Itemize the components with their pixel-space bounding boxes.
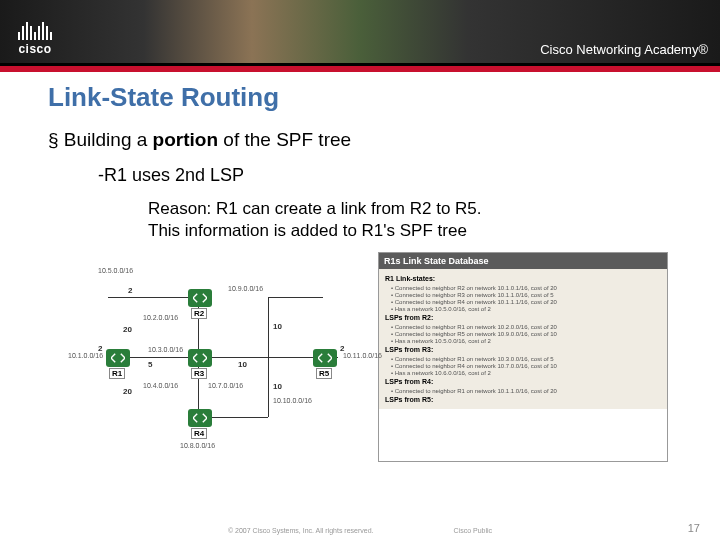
- network-label: 10.9.0.0/16: [228, 285, 263, 292]
- db-item: Has a network 10.5.0.0/16, cost of 2: [391, 305, 661, 312]
- network-label: 10.5.0.0/16: [98, 267, 133, 274]
- db-item: Connected to neighbor R1 on network 10.2…: [391, 323, 661, 330]
- footer-label: Cisco Public: [454, 527, 493, 534]
- cost-label: 2: [128, 286, 132, 295]
- diagram-area: R2 R1 R3 R4 R5 10.5.0.0/16 10.1.0.0/16 1…: [48, 252, 672, 462]
- cost-label: 2: [98, 344, 102, 353]
- page-number: 17: [688, 522, 700, 534]
- db-item: Connected to neighbor R4 on network 10.1…: [391, 298, 661, 305]
- academy-label: Cisco Networking Academy®: [540, 42, 708, 57]
- db-section: LSPs from R4:: [385, 378, 661, 385]
- cost-label: 5: [148, 360, 152, 369]
- router-icon: [188, 289, 212, 307]
- router-label: R3: [191, 368, 207, 379]
- router-label: R2: [191, 308, 207, 319]
- bullet-level-1: Building a portion of the SPF tree: [48, 129, 672, 151]
- cost-label: 20: [123, 387, 132, 396]
- router-icon: [106, 349, 130, 367]
- db-header: R1s Link State Database: [379, 253, 667, 269]
- copyright: © 2007 Cisco Systems, Inc. All rights re…: [228, 527, 374, 534]
- db-section: LSPs from R2:: [385, 314, 661, 321]
- db-section: LSPs from R3:: [385, 346, 661, 353]
- db-item: Connected to neighbor R2 on network 10.1…: [391, 284, 661, 291]
- db-item: Connected to neighbor R3 on network 10.1…: [391, 291, 661, 298]
- db-section: LSPs from R5:: [385, 396, 661, 403]
- db-item: Connected to neighbor R4 on network 10.7…: [391, 362, 661, 369]
- router-icon: [188, 409, 212, 427]
- cost-label: 20: [123, 325, 132, 334]
- db-item: Has a network 10.6.0.0/16, cost of 2: [391, 369, 661, 376]
- network-label: 10.3.0.0/16: [148, 346, 183, 353]
- network-label: 10.1.0.0/16: [68, 352, 103, 359]
- cost-label: 2: [340, 344, 344, 353]
- slide-content: Link-State Routing Building a portion of…: [0, 72, 720, 462]
- router-label: R5: [316, 368, 332, 379]
- cost-label: 10: [238, 360, 247, 369]
- network-label: 10.4.0.0/16: [143, 382, 178, 389]
- network-label: 10.2.0.0/16: [143, 314, 178, 321]
- bullet-level-2: -R1 uses 2nd LSP: [98, 165, 672, 186]
- slide-title: Link-State Routing: [48, 82, 672, 113]
- footer: © 2007 Cisco Systems, Inc. All rights re…: [0, 527, 720, 534]
- reason-text: Reason: R1 can create a link from R2 to …: [148, 198, 672, 242]
- db-item: Connected to neighbor R5 on network 10.9…: [391, 330, 661, 337]
- link-state-database-panel: R1s Link State Database R1 Link-states: …: [378, 252, 668, 462]
- logo-bars-icon: [18, 18, 52, 40]
- db-item: Connected to neighbor R1 on network 10.3…: [391, 355, 661, 362]
- cost-label: 10: [273, 322, 282, 331]
- network-topology: R2 R1 R3 R4 R5 10.5.0.0/16 10.1.0.0/16 1…: [68, 252, 368, 462]
- db-body: R1 Link-states: Connected to neighbor R2…: [379, 269, 667, 409]
- router-icon: [313, 349, 337, 367]
- cisco-logo: cisco: [18, 18, 52, 56]
- logo-text: cisco: [18, 42, 51, 56]
- router-label: R1: [109, 368, 125, 379]
- network-label: 10.10.0.0/16: [273, 397, 312, 404]
- db-section: R1 Link-states:: [385, 275, 661, 282]
- network-label: 10.11.0.0/16: [343, 352, 382, 359]
- db-item: Connected to neighbor R1 on network 10.1…: [391, 387, 661, 394]
- router-icon: [188, 349, 212, 367]
- db-item: Has a network 10.5.0.0/16, cost of 2: [391, 337, 661, 344]
- header-banner: cisco Cisco Networking Academy®: [0, 0, 720, 72]
- network-label: 10.7.0.0/16: [208, 382, 243, 389]
- network-label: 10.8.0.0/16: [180, 442, 215, 449]
- cost-label: 10: [273, 382, 282, 391]
- router-label: R4: [191, 428, 207, 439]
